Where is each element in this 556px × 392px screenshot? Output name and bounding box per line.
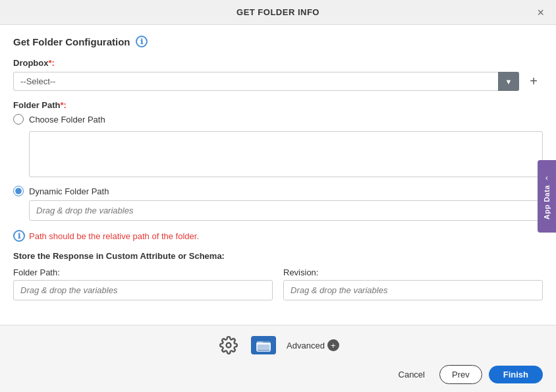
revision-col: Revision:: [283, 267, 543, 300]
dropbox-select-wrapper: --Select--: [13, 72, 519, 91]
store-response-group: Store the Response in Custom Attribute o…: [13, 251, 543, 300]
app-data-tab[interactable]: ‹ App Data: [538, 160, 556, 233]
choose-folder-label: Choose Folder Path: [29, 115, 105, 125]
folder-browse-button[interactable]: [251, 336, 276, 354]
revision-input[interactable]: [283, 280, 543, 300]
add-dropbox-button[interactable]: +: [524, 72, 543, 91]
dynamic-folder-label: Dynamic Folder Path: [29, 186, 109, 196]
app-data-label: App Data: [543, 185, 551, 219]
dynamic-folder-radio-option[interactable]: Dynamic Folder Path: [13, 186, 543, 196]
dropbox-field-group: Dropbox*: --Select-- +: [13, 58, 543, 91]
close-button[interactable]: ×: [533, 5, 548, 20]
folder-path-response-input[interactable]: [13, 280, 273, 300]
modal-container: GET FOLDER INFO × Get Folder Configurati…: [0, 0, 556, 392]
gear-settings-button[interactable]: [217, 333, 240, 357]
gear-icon: [219, 336, 238, 354]
section-info-icon[interactable]: ℹ: [136, 36, 148, 47]
cancel-button[interactable]: Cancel: [391, 366, 433, 383]
modal-body: Get Folder Configuration ℹ Dropbox*: --S…: [0, 25, 556, 325]
choose-folder-radio-option[interactable]: Choose Folder Path: [13, 114, 543, 125]
folder-path-label: Folder Path*:: [13, 100, 543, 110]
finish-button[interactable]: Finish: [489, 366, 543, 383]
path-hint: ℹ Path should be the relative path of th…: [13, 230, 543, 242]
store-response-columns: Folder Path: Revision:: [13, 267, 543, 300]
folder-path-col: Folder Path:: [13, 267, 273, 300]
folder-path-field-group: Folder Path*: Choose Folder Path Dynamic…: [13, 100, 543, 221]
footer-actions: Cancel Prev Finish: [13, 365, 543, 384]
modal-title: GET FOLDER INFO: [236, 7, 320, 17]
dropbox-label: Dropbox*:: [13, 58, 543, 68]
folder-path-textarea[interactable]: [29, 131, 543, 177]
dynamic-folder-radio[interactable]: [13, 186, 24, 196]
modal-footer: Advanced + Cancel Prev Finish: [0, 325, 556, 392]
dynamic-folder-input[interactable]: [29, 200, 543, 221]
advanced-label: Advanced +: [287, 339, 339, 351]
revision-col-label: Revision:: [283, 267, 543, 277]
dropbox-select-row: --Select-- +: [13, 72, 543, 91]
prev-button[interactable]: Prev: [439, 365, 482, 384]
hint-info-icon: ℹ: [13, 230, 25, 242]
advanced-plus-button[interactable]: +: [327, 339, 339, 351]
dropbox-select[interactable]: --Select--: [13, 72, 519, 91]
modal-header: GET FOLDER INFO ×: [0, 0, 556, 25]
store-response-label: Store the Response in Custom Attribute o…: [13, 251, 543, 261]
section-title-text: Get Folder Configuration: [13, 36, 130, 47]
folder-open-icon: [256, 339, 271, 352]
app-data-chevron-icon: ‹: [545, 173, 548, 182]
section-title-row: Get Folder Configuration ℹ: [13, 36, 543, 47]
dynamic-input-wrapper: [29, 200, 543, 221]
choose-folder-radio[interactable]: [13, 114, 24, 125]
hint-text: Path should be the relative path of the …: [29, 231, 199, 241]
folder-path-col-label: Folder Path:: [13, 267, 273, 277]
svg-point-0: [227, 343, 231, 348]
footer-top: Advanced +: [13, 333, 543, 357]
